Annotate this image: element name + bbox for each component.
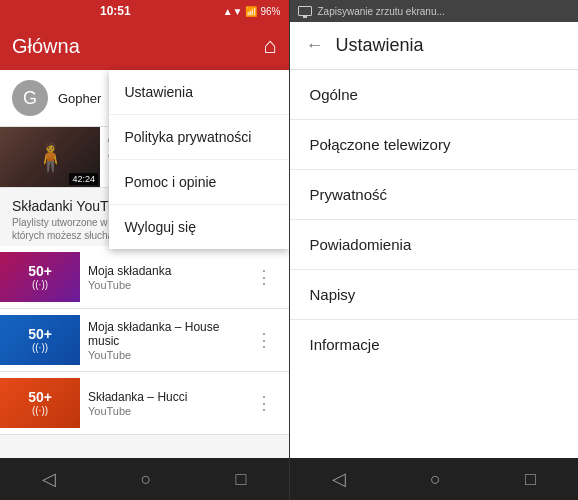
playlist-radio-icon-1: ((·)) — [32, 279, 48, 290]
recent-button[interactable]: □ — [216, 461, 267, 498]
home-button[interactable]: ○ — [120, 461, 171, 498]
playlist-info-3: Składanka – Hucci YouTube — [80, 386, 247, 421]
battery-text: 96% — [260, 6, 280, 17]
recording-text: Zapisywanie zrzutu ekranu... — [318, 6, 571, 17]
dropdown-item-privacy[interactable]: Polityka prywatności — [109, 115, 289, 160]
dropdown-menu: Ustawienia Polityka prywatności Pomoc i … — [109, 70, 289, 249]
playlist-radio-icon-3: ((·)) — [32, 405, 48, 416]
settings-page-title: Ustawienia — [336, 35, 424, 56]
video-duration: 42:24 — [69, 173, 98, 185]
dropdown-item-logout[interactable]: Wyloguj się — [109, 205, 289, 249]
settings-item-captions[interactable]: Napisy — [290, 270, 579, 320]
status-bar-left: 10:51 ▲▼ 📶 96% — [0, 0, 289, 22]
nav-bar-left: ◁ ○ □ — [0, 458, 289, 500]
settings-header: ← Ustawienia — [290, 22, 579, 70]
playlist-info-2: Moja składanka – House music YouTube — [80, 316, 247, 365]
playlist-thumb-bg-3: 50+ ((·)) — [0, 378, 80, 428]
playlist-thumb-2: 50+ ((·)) — [0, 315, 80, 365]
settings-item-about[interactable]: Informacje — [290, 320, 579, 369]
fallout-figure-icon: 🧍 — [33, 141, 68, 174]
recent-button-right[interactable]: □ — [505, 461, 556, 498]
settings-item-notifications[interactable]: Powiadomienia — [290, 220, 579, 270]
dropdown-item-help[interactable]: Pomoc i opinie — [109, 160, 289, 205]
back-button-right[interactable]: ◁ — [312, 460, 366, 498]
playlist-thumb-bg-2: 50+ ((·)) — [0, 315, 80, 365]
playlist-item-3[interactable]: 50+ ((·)) Składanka – Hucci YouTube ⋮ — [0, 372, 289, 435]
playlist-count-1: 50+ — [28, 264, 52, 278]
header-left: Główna ⌂ — [0, 22, 289, 70]
main-title: Główna — [12, 35, 253, 58]
playlist-channel-3: YouTube — [88, 405, 239, 417]
playlist-count-badge-1: 50+ ((·)) — [28, 264, 52, 290]
playlist-thumb-1: 50+ ((·)) — [0, 252, 80, 302]
playlist-channel-1: YouTube — [88, 279, 239, 291]
playlist-thumb-bg-1: 50+ ((·)) — [0, 252, 80, 302]
playlist-item-2[interactable]: 50+ ((·)) Moja składanka – House music Y… — [0, 309, 289, 372]
playlist-radio-icon-2: ((·)) — [32, 342, 48, 353]
playlist-count-badge-2: 50+ ((·)) — [28, 327, 52, 353]
home-icon[interactable]: ⌂ — [263, 33, 276, 59]
playlist-more-icon-1[interactable]: ⋮ — [247, 262, 281, 292]
signal-icon: ▲▼ — [223, 6, 243, 17]
playlist-name-1: Moja składanka — [88, 264, 239, 278]
avatar: G — [12, 80, 48, 116]
playlist-name-2: Moja składanka – House music — [88, 320, 239, 348]
dropdown-item-settings[interactable]: Ustawienia — [109, 70, 289, 115]
back-button[interactable]: ◁ — [22, 460, 76, 498]
playlist-name-3: Składanka – Hucci — [88, 390, 239, 404]
back-arrow-icon[interactable]: ← — [306, 35, 324, 56]
status-bar-right: Zapisywanie zrzutu ekranu... — [290, 0, 579, 22]
nav-bar-right: ◁ ○ □ — [290, 458, 579, 500]
playlist-count-badge-3: 50+ ((·)) — [28, 390, 52, 416]
playlist-count-2: 50+ — [28, 327, 52, 341]
playlist-count-3: 50+ — [28, 390, 52, 404]
video-thumbnail: 🧍 42:24 — [0, 127, 100, 187]
playlist-thumb-3: 50+ ((·)) — [0, 378, 80, 428]
settings-list: Ogólne Połączone telewizory Prywatność P… — [290, 70, 579, 458]
screen-record-icon — [298, 6, 312, 16]
status-icons: ▲▼ 📶 96% — [223, 6, 281, 17]
status-time: 10:51 — [8, 4, 223, 18]
playlist-info-1: Moja składanka YouTube — [80, 260, 247, 295]
settings-item-tvs[interactable]: Połączone telewizory — [290, 120, 579, 170]
playlist-item-1[interactable]: 50+ ((·)) Moja składanka YouTube ⋮ — [0, 246, 289, 309]
right-panel: Zapisywanie zrzutu ekranu... ← Ustawieni… — [290, 0, 579, 500]
settings-item-general[interactable]: Ogólne — [290, 70, 579, 120]
settings-item-privacy[interactable]: Prywatność — [290, 170, 579, 220]
left-panel: 10:51 ▲▼ 📶 96% Główna ⌂ G Gopher 🧍 42:24 — [0, 0, 289, 500]
wifi-icon: 📶 — [245, 6, 257, 17]
playlist-more-icon-3[interactable]: ⋮ — [247, 388, 281, 418]
avatar-icon: G — [23, 88, 37, 109]
home-button-right[interactable]: ○ — [410, 461, 461, 498]
account-name: Gopher — [58, 91, 101, 106]
playlist-more-icon-2[interactable]: ⋮ — [247, 325, 281, 355]
playlist-channel-2: YouTube — [88, 349, 239, 361]
